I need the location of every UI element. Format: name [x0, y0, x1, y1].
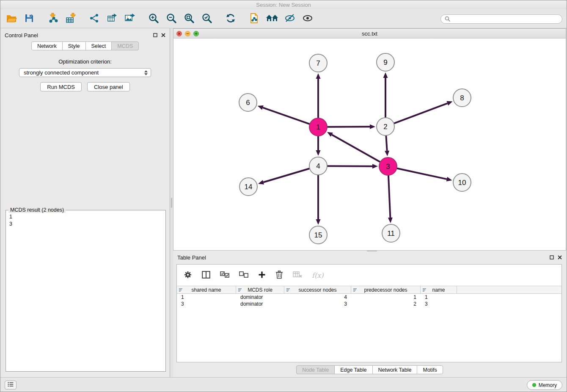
- vertical-splitter[interactable]: [170, 28, 173, 377]
- column-header-name[interactable]: name: [421, 286, 457, 293]
- graph-edge-1-2[interactable]: [327, 124, 375, 129]
- add-column-button[interactable]: [258, 271, 266, 280]
- table-cell: 1: [421, 294, 457, 300]
- zoom-in-icon: [148, 13, 159, 25]
- select-all-button[interactable]: [220, 271, 229, 279]
- graph-edge-1-4[interactable]: [316, 136, 321, 156]
- table-toolbar: f(x): [177, 265, 561, 286]
- tab-node-table[interactable]: Node Table: [296, 365, 335, 374]
- function-builder-button[interactable]: f(x): [312, 271, 323, 279]
- control-tab-select[interactable]: Select: [85, 41, 112, 50]
- network-window: scc.txt 7968124314101511: [173, 28, 566, 250]
- task-history-button[interactable]: [5, 381, 17, 389]
- memory-status-button[interactable]: Memory: [527, 380, 562, 390]
- graph-node-8[interactable]: 8: [453, 89, 471, 107]
- table-settings-button[interactable]: [184, 271, 192, 280]
- table-cell: 3: [284, 301, 351, 307]
- minimize-window-button[interactable]: [185, 31, 190, 36]
- delete-table-button[interactable]: [293, 271, 302, 280]
- graph-edge-1-7[interactable]: [316, 73, 321, 118]
- graph-edge-4-14[interactable]: [258, 168, 310, 185]
- optimization-criterion-label: Optimization criterion:: [0, 58, 170, 65]
- graph-edge-3-1[interactable]: [327, 132, 380, 162]
- clipboard-network-button[interactable]: [248, 12, 261, 26]
- graph-edge-4-15[interactable]: [316, 175, 321, 225]
- graphics-details-button[interactable]: [301, 12, 314, 26]
- graph-edge-3-10[interactable]: [397, 168, 452, 181]
- tab-edge-table[interactable]: Edge Table: [334, 365, 372, 374]
- zoom-in-button[interactable]: [147, 12, 160, 26]
- import-network-button[interactable]: [46, 12, 60, 26]
- show-panels-button[interactable]: [265, 12, 279, 26]
- close-window-button[interactable]: [176, 31, 182, 36]
- graph-node-11[interactable]: 11: [382, 224, 400, 242]
- optimization-criterion-select[interactable]: strongly connected component: [19, 68, 151, 77]
- maximize-window-button[interactable]: [193, 31, 199, 36]
- show-columns-button[interactable]: [202, 271, 210, 280]
- column-header-label: shared name: [191, 287, 221, 293]
- network-canvas[interactable]: 7968124314101511: [173, 39, 566, 250]
- search-box: [440, 14, 562, 24]
- eye-icon: [302, 13, 313, 25]
- export-network-button[interactable]: [88, 12, 101, 26]
- save-session-button[interactable]: [22, 12, 36, 26]
- birdseye-toggle-button[interactable]: [283, 12, 297, 26]
- column-header-mcds-role[interactable]: MCDS role: [236, 286, 284, 293]
- graph-node-4[interactable]: 4: [309, 157, 327, 175]
- graph-node-9[interactable]: 9: [377, 53, 394, 71]
- graph-node-14[interactable]: 14: [239, 178, 257, 196]
- open-file-button[interactable]: [5, 12, 18, 26]
- horizontal-splitter-grip[interactable]: [367, 250, 377, 251]
- close-panel-button[interactable]: Close panel: [87, 82, 130, 91]
- image-export-icon: [124, 13, 135, 25]
- graph-edge-2-3[interactable]: [385, 135, 389, 156]
- zoom-selected-button[interactable]: [200, 12, 214, 26]
- graph-node-1[interactable]: 1: [309, 118, 327, 136]
- graph-node-label: 7: [316, 59, 320, 67]
- graph-node-7[interactable]: 7: [309, 54, 327, 72]
- float-panel-icon[interactable]: [153, 33, 157, 37]
- graph-node-10[interactable]: 10: [453, 174, 471, 191]
- deselect-all-button[interactable]: [239, 271, 248, 279]
- table-row[interactable]: 1dominator411: [177, 294, 561, 301]
- graph-node-6[interactable]: 6: [239, 94, 257, 111]
- run-mcds-button[interactable]: Run MCDS: [40, 82, 82, 91]
- graph-node-3[interactable]: 3: [379, 157, 397, 175]
- graph-edge-1-6[interactable]: [258, 105, 310, 124]
- delete-column-button[interactable]: [275, 271, 283, 280]
- tab-network-table[interactable]: Network Table: [372, 365, 418, 374]
- table-cell: dominator: [236, 301, 284, 307]
- mcds-result-line: 3: [9, 221, 162, 228]
- graph-edge-3-11[interactable]: [388, 175, 393, 223]
- export-image-button[interactable]: [123, 12, 137, 26]
- table-cell: 1: [351, 294, 421, 300]
- zoom-out-button[interactable]: [165, 12, 178, 26]
- table-row[interactable]: 3dominator323: [177, 301, 561, 307]
- float-panel-icon[interactable]: [550, 255, 554, 259]
- sort-icon: [422, 288, 427, 292]
- column-header-label: name: [432, 287, 445, 293]
- tab-motifs[interactable]: Motifs: [417, 365, 443, 374]
- control-tab-network[interactable]: Network: [31, 41, 63, 50]
- control-tab-mcds[interactable]: MCDS: [111, 41, 139, 50]
- graph-node-2[interactable]: 2: [377, 118, 394, 135]
- graph-edge-2-8[interactable]: [394, 101, 453, 124]
- control-tab-style[interactable]: Style: [62, 41, 86, 50]
- graph-edge-2-9[interactable]: [383, 72, 388, 118]
- search-input[interactable]: [452, 16, 558, 22]
- refresh-view-button[interactable]: [224, 12, 237, 26]
- graph-node-15[interactable]: 15: [309, 226, 327, 244]
- graph-edge-4-3[interactable]: [327, 164, 378, 168]
- zoom-fit-button[interactable]: [182, 12, 196, 26]
- window-titlebar: Session: New Session: [0, 0, 567, 10]
- close-panel-icon[interactable]: [558, 255, 562, 259]
- close-panel-icon[interactable]: [161, 33, 165, 37]
- import-table-button[interactable]: [64, 12, 77, 26]
- column-header-successor-nodes[interactable]: successor nodes: [284, 286, 351, 293]
- table-panel-tabs: Node TableEdge TableNetwork TableMotifs: [173, 365, 566, 374]
- import-table-icon: [65, 13, 76, 25]
- column-header-predecessor-nodes[interactable]: predecessor nodes: [351, 286, 421, 293]
- splitter-grip[interactable]: [171, 198, 172, 208]
- export-table-button[interactable]: [105, 12, 119, 26]
- column-header-shared-name[interactable]: shared name: [177, 286, 236, 293]
